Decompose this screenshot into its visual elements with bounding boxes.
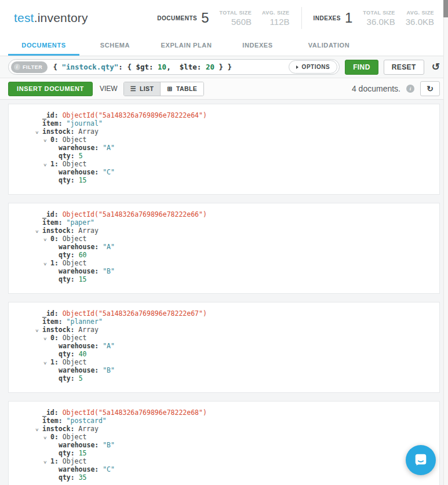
document-field: warehouse: "B" (9, 441, 439, 449)
field-value: "A" (103, 342, 115, 350)
query-bar: i FILTER { "instock.qty": { $gt: 10, $lt… (0, 56, 448, 78)
document-field: warehouse: "B" (9, 366, 439, 374)
field-value: 15 (79, 449, 87, 457)
chevron-down-icon[interactable]: > (41, 362, 49, 365)
chevron-down-icon[interactable]: > (41, 164, 49, 167)
scrollbar-track[interactable] (443, 0, 448, 485)
field-key: item: (42, 417, 67, 425)
chevron-down-icon[interactable]: > (32, 231, 41, 234)
field-key: 1: (50, 457, 63, 465)
field-key: _id: (42, 111, 63, 119)
indexes-stat: INDEXES 1 (314, 10, 353, 26)
field-value: Array (78, 425, 99, 433)
field-key: 1: (50, 160, 63, 168)
document-field: qty: 15 (9, 176, 439, 184)
field-key: qty: (59, 350, 79, 358)
field-value: 5 (79, 374, 83, 382)
field-key: qty: (59, 251, 79, 259)
field-key: 0: (50, 334, 63, 342)
tab-documents[interactable]: DOCUMENTS (8, 36, 79, 56)
stats-divider (301, 7, 302, 29)
chat-bubble-icon (413, 453, 428, 468)
document-field: warehouse: "A" (9, 144, 439, 152)
field-value: Array (78, 326, 99, 334)
field-key: warehouse: (59, 243, 103, 251)
document-field: item: "paper" (9, 218, 439, 227)
field-value: 15 (79, 275, 87, 283)
field-value: 5 (79, 152, 83, 160)
field-key: 1: (50, 259, 63, 267)
field-key: qty: (59, 449, 79, 457)
tab-bar: DOCUMENTS SCHEMA EXPLAIN PLAN INDEXES VA… (0, 36, 448, 56)
field-value: Object (63, 334, 87, 342)
document-field: >0: Object (9, 235, 439, 243)
document-card[interactable]: _id: ObjectId("5a148326a769896e78222e68"… (8, 401, 440, 485)
options-button[interactable]: OPTIONS (289, 60, 338, 74)
insert-document-button[interactable]: INSERT DOCUMENT (8, 82, 93, 96)
chevron-down-icon[interactable]: > (32, 429, 41, 432)
chevron-down-icon[interactable]: > (32, 132, 41, 134)
document-field: >0: Object (9, 433, 439, 441)
field-value: 15 (79, 176, 87, 184)
find-button[interactable]: FIND (345, 60, 378, 75)
chat-launcher-button[interactable] (406, 445, 436, 475)
field-value: Object (63, 160, 87, 168)
field-value: 60 (79, 251, 87, 259)
filter-input[interactable]: i FILTER { "instock.qty": { $gt: 10, $lt… (8, 59, 340, 75)
reset-button[interactable]: RESET (384, 60, 424, 75)
document-field: >instock: Array (9, 425, 439, 433)
document-field: item: "postcard" (9, 417, 439, 425)
filter-query-text[interactable]: { "instock.qty": { $gt: 10, $lte: 20 } } (53, 63, 288, 71)
document-card[interactable]: _id: ObjectId("5a148326a769896e78222e64"… (8, 104, 440, 195)
document-field: _id: ObjectId("5a148326a769896e78222e68"… (9, 409, 439, 417)
view-list-button[interactable]: ☰ LIST (124, 82, 161, 96)
collection-stats: DOCUMENTS 5 TOTAL SIZE 560B AVG. SIZE 11… (157, 7, 434, 29)
filter-token: : { $gt: (118, 63, 158, 71)
document-card[interactable]: _id: ObjectId("5a148326a769896e78222e66"… (8, 203, 440, 294)
chevron-down-icon[interactable]: > (41, 437, 49, 440)
filter-token: { (53, 63, 61, 71)
field-value: Array (78, 127, 99, 136)
field-value: Object (63, 259, 87, 267)
filter-token: 10 (158, 63, 166, 71)
list-icon: ☰ (130, 86, 136, 92)
collection-name: .inventory (34, 11, 88, 24)
document-count-info-icon[interactable]: i (406, 85, 414, 93)
field-key: item: (42, 318, 67, 326)
document-field: >1: Object (9, 259, 439, 267)
view-label: VIEW (100, 85, 118, 93)
chevron-down-icon[interactable]: > (32, 330, 41, 333)
field-value: Array (78, 227, 99, 235)
tab-indexes[interactable]: INDEXES (222, 36, 293, 56)
field-value: "B" (103, 267, 115, 275)
query-history-icon[interactable]: ↺ (429, 62, 442, 72)
chevron-down-icon[interactable]: > (41, 263, 49, 266)
filter-pill-label: FILTER (23, 64, 42, 70)
documents-stat: DOCUMENTS 5 (157, 10, 209, 26)
field-key: qty: (59, 176, 79, 184)
document-field: >1: Object (9, 457, 439, 465)
view-table-button[interactable]: ⊞ TABLE (160, 82, 203, 96)
chevron-down-icon[interactable]: > (41, 140, 49, 143)
document-field: >1: Object (9, 160, 439, 168)
tab-explain-plan[interactable]: EXPLAIN PLAN (151, 36, 222, 56)
field-value: "B" (103, 366, 115, 374)
document-field: item: "planner" (9, 318, 439, 326)
document-field: warehouse: "B" (9, 267, 439, 275)
document-card[interactable]: _id: ObjectId("5a148326a769896e78222e67"… (8, 302, 440, 393)
scrollbar-thumb[interactable] (443, 0, 448, 17)
refresh-icon[interactable]: ↻ (420, 81, 440, 96)
document-field: qty: 35 (9, 473, 439, 482)
filter-token: , $lte: (166, 63, 206, 71)
tab-validation[interactable]: VALIDATION (293, 36, 365, 56)
document-field: qty: 5 (9, 152, 439, 160)
chevron-down-icon[interactable]: > (41, 239, 49, 242)
tab-schema[interactable]: SCHEMA (79, 36, 151, 56)
field-value: "C" (103, 465, 115, 473)
document-field: >0: Object (9, 136, 439, 144)
field-key: instock: (42, 425, 78, 433)
chevron-down-icon[interactable]: > (41, 338, 49, 341)
chevron-down-icon[interactable]: > (41, 461, 49, 464)
field-key: instock: (42, 326, 78, 334)
field-value: "paper" (67, 218, 94, 227)
